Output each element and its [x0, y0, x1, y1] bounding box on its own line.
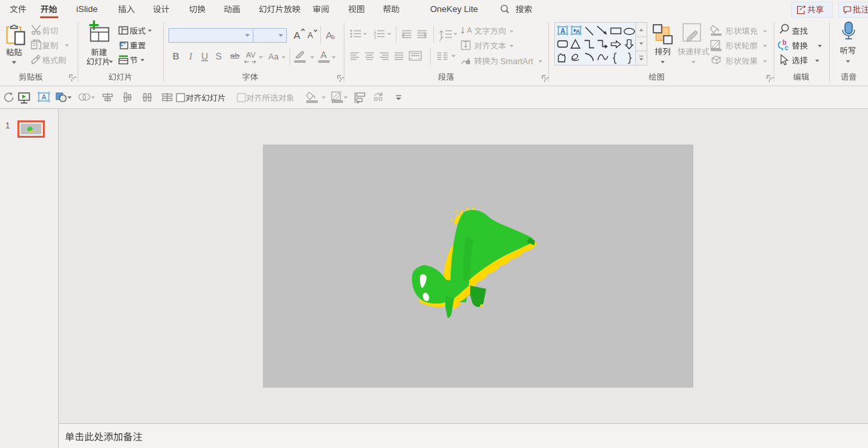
svg-text:SmartArt: SmartArt [500, 57, 534, 66]
svg-text:AV: AV [246, 51, 256, 59]
svg-text:A: A [467, 26, 472, 34]
svg-text:B: B [173, 51, 179, 62]
svg-text:Aa: Aa [268, 52, 278, 62]
svg-text:S: S [215, 51, 221, 62]
svg-text:A: A [308, 31, 314, 40]
svg-text:c: c [784, 44, 788, 51]
svg-text:OneKey Lite: OneKey Lite [430, 4, 478, 14]
svg-text:A: A [560, 27, 565, 35]
svg-text:A: A [320, 49, 327, 60]
svg-text:U: U [201, 51, 208, 62]
svg-text:A: A [41, 94, 46, 101]
svg-text:iSlide: iSlide [76, 4, 98, 14]
svg-text:1: 1 [5, 121, 10, 130]
svg-text:A: A [294, 29, 300, 41]
svg-text:A: A [326, 29, 332, 41]
